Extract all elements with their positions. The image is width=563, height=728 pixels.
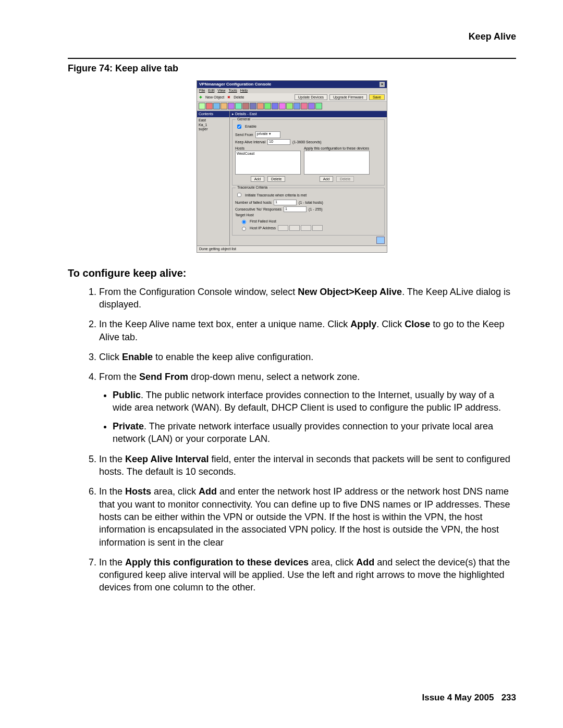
hosts-item[interactable]: WestCoast [237, 152, 299, 156]
general-legend: General [236, 117, 252, 121]
toolbar-icon[interactable] [301, 103, 308, 109]
page-footer: Issue 4 May 2005 233 [422, 693, 516, 703]
hosts-label: Hosts [235, 146, 301, 151]
icon-toolbar [197, 102, 387, 111]
update-devices-button[interactable]: Update Devices [295, 94, 327, 101]
interval-hint: (1-3600 Seconds) [292, 140, 322, 144]
status-bar: Done getting object list [197, 245, 387, 252]
title-bar: VPNmanager Configuration Console × [197, 81, 387, 88]
enable-checkbox[interactable] [237, 125, 241, 129]
app-window: VPNmanager Configuration Console × File … [197, 80, 387, 253]
ip-address-input[interactable] [278, 225, 323, 231]
toolbar-icon[interactable] [228, 103, 235, 109]
toolbar-icon[interactable] [279, 103, 286, 109]
toolbar-icon[interactable] [199, 103, 205, 109]
step-3: Click Enable to enable the keep alive co… [99, 351, 516, 363]
initiate-trace-label: Initiate Traceroute when criteria is met [245, 193, 307, 198]
num-failed-input[interactable]: 1 [274, 200, 297, 205]
step-4: From the Send From drop-down menu, selec… [99, 371, 516, 445]
enable-label: Enable [245, 125, 256, 129]
num-failed-label: Number of failed hosts [235, 201, 272, 205]
toolbar-icon[interactable] [242, 103, 249, 109]
traceroute-group: Traceroute Criteria Initiate Traceroute … [232, 188, 385, 236]
details-header: ▸ Details - East [230, 111, 387, 117]
contents-item[interactable]: Ka_1 [199, 123, 228, 128]
step-7: In the Apply this configuration to these… [99, 556, 516, 594]
section-heading: To configure keep alive: [68, 267, 516, 279]
title-bar-text: VPNmanager Configuration Console [199, 82, 271, 87]
x-icon: ✖ [227, 95, 230, 100]
send-from-label: Send From [235, 133, 253, 137]
toolbar-icon[interactable] [221, 103, 227, 109]
help-icon[interactable] [376, 237, 385, 244]
consec-hint: (1 - 255) [309, 207, 322, 212]
devices-list[interactable] [304, 151, 370, 175]
menu-edit[interactable]: Edit [208, 89, 214, 93]
menu-tools[interactable]: Tools [228, 89, 237, 93]
save-button[interactable]: Save [369, 94, 385, 101]
plus-icon: ✚ [199, 95, 202, 100]
menu-help[interactable]: Help [240, 89, 248, 93]
general-group: General Enable Send From private ▾ Keep … [232, 119, 385, 186]
menu-view[interactable]: View [217, 89, 225, 93]
step-1: From the Configuration Console window, s… [99, 286, 516, 311]
step-2: In the Keep Alive name text box, enter a… [99, 318, 516, 343]
page-header: Keep Alive [68, 31, 516, 42]
menu-file[interactable]: File [199, 89, 205, 93]
host-ip-label: Host IP Address [250, 226, 276, 230]
contents-item[interactable]: East [199, 118, 228, 123]
close-icon[interactable]: × [380, 82, 385, 87]
first-failed-label: First Failed Host [250, 219, 276, 224]
toolbar-icon[interactable] [235, 103, 242, 109]
figure-caption: Figure 74: Keep alive tab [68, 63, 516, 74]
toolbar-icon[interactable] [293, 103, 300, 109]
toolbar-icon[interactable] [206, 103, 213, 109]
toolbar-icon[interactable] [213, 103, 220, 109]
send-from-select[interactable]: private ▾ [255, 131, 280, 138]
upgrade-firmware-button[interactable]: Upgrade Firmware [329, 94, 367, 101]
new-object-button[interactable]: New Object [205, 95, 224, 100]
devices-add-button[interactable]: Add [320, 176, 333, 182]
devices-delete-button: Delete [336, 176, 354, 182]
bullet-public: Public. The public network interface pro… [113, 389, 516, 414]
toolbar-icon[interactable] [264, 103, 271, 109]
contents-header: Contents [197, 111, 229, 117]
first-failed-radio[interactable] [242, 220, 246, 224]
step-5: In the Keep Alive Interval field, enter … [99, 453, 516, 478]
consec-label: Consecutive 'No' Responses [235, 207, 282, 212]
menubar: File Edit View Tools Help [197, 88, 387, 93]
apply-devices-label: Apply this configuration to these device… [304, 146, 370, 151]
contents-item[interactable]: super [199, 127, 228, 132]
bullet-private: Private. The private network interface u… [113, 420, 516, 446]
rule [68, 58, 516, 59]
consec-input[interactable]: 1 [284, 206, 307, 212]
traceroute-legend: Traceroute Criteria [236, 186, 269, 190]
toolbar-icon[interactable] [308, 103, 315, 109]
step-list: From the Configuration Console window, s… [68, 286, 516, 594]
hosts-list[interactable]: WestCoast [235, 151, 301, 175]
interval-label: Keep Alive Interval [235, 140, 265, 144]
hosts-delete-button[interactable]: Delete [267, 176, 285, 182]
initiate-trace-checkbox[interactable] [237, 193, 241, 197]
toolbar-icon[interactable] [315, 103, 322, 109]
num-failed-hint: (1 - total hosts) [299, 201, 323, 205]
hosts-add-button[interactable]: Add [251, 176, 264, 182]
toolbar-icon[interactable] [272, 103, 278, 109]
step-6: In the Hosts area, click Add and enter t… [99, 485, 516, 548]
toolbar-icon[interactable] [286, 103, 293, 109]
target-host-label: Target Host [235, 213, 254, 217]
host-ip-radio[interactable] [242, 227, 246, 231]
interval-input[interactable]: 10 [267, 139, 290, 145]
toolbar-icon[interactable] [250, 103, 256, 109]
toolbar-icon[interactable] [257, 103, 264, 109]
delete-button[interactable]: Delete [234, 95, 244, 100]
